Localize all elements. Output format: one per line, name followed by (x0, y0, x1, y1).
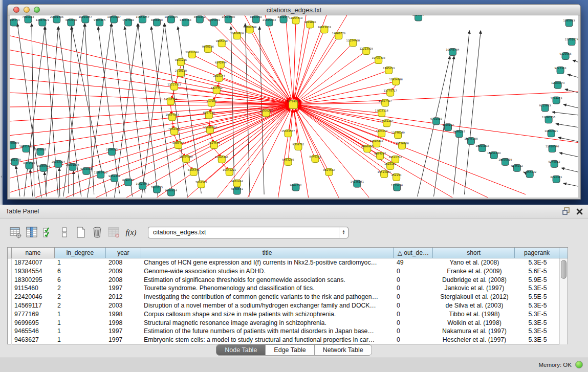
table-row[interactable]: 946362711997Embryonic stem cells: a mode… (8, 336, 568, 344)
cell[interactable]: Changes of HCN gene expression and I(f) … (141, 258, 394, 267)
cell[interactable]: 9465546 (12, 327, 55, 336)
tab-node-table[interactable]: Node Table (216, 345, 266, 355)
table-row[interactable]: 969969511998Structural magnetic resonanc… (8, 319, 568, 327)
cell[interactable]: Disruption of a novel member of a sodium… (141, 301, 394, 310)
function-builder-icon[interactable]: f(x) (123, 228, 139, 237)
cell[interactable]: Tourette syndrome. Phenomenology and cla… (141, 284, 394, 293)
cell[interactable]: 5.3E-5 (515, 336, 560, 344)
cell[interactable]: Corpus callosum shape and size in male p… (141, 310, 394, 319)
cell[interactable]: 14569117 (12, 301, 55, 310)
cell[interactable]: Hescheler et al. (1997) (433, 336, 515, 344)
cell[interactable]: 2009 (106, 267, 141, 276)
close-icon[interactable] (576, 208, 583, 217)
cell[interactable]: Structural magnetic resonance image aver… (141, 319, 394, 327)
cell[interactable]: 2 (55, 293, 106, 301)
cell[interactable]: 2 (55, 284, 106, 293)
table-row[interactable]: 1872400712008Changes of HCN gene express… (8, 258, 568, 267)
table-selector-dropdown[interactable]: citations_edges.txt ▲▼ (148, 227, 349, 238)
cell[interactable]: Investigating the contribution of common… (141, 293, 394, 301)
delete-column-icon[interactable] (91, 226, 104, 239)
clear-selection-icon[interactable] (58, 226, 71, 239)
tab-network-table[interactable]: Network Table (315, 345, 372, 355)
cell[interactable]: 9463627 (12, 336, 55, 344)
table-row[interactable]: 911546021997Tourette syndrome. Phenomeno… (8, 284, 568, 293)
cell[interactable]: Tibbo et al. (1998) (433, 310, 515, 319)
cell[interactable]: 1 (55, 310, 106, 319)
table-row[interactable]: 946554611997Estimation of the future num… (8, 327, 568, 336)
cell[interactable]: 5.3E-5 (515, 301, 560, 310)
column-header-title[interactable]: title (141, 248, 394, 258)
cell[interactable]: 0 (394, 284, 433, 293)
cell[interactable]: 2003 (106, 301, 141, 310)
cell[interactable]: Jankovic et al. (1997) (433, 284, 515, 293)
cell[interactable]: Yano et al. (2008) (433, 258, 515, 267)
cell[interactable]: 5.3E-5 (515, 258, 560, 267)
cell[interactable]: 1998 (106, 310, 141, 319)
cell[interactable]: 6 (55, 267, 106, 276)
cell[interactable]: Stergiakouli et al. (2012) (433, 293, 515, 301)
cell[interactable]: 5.5E-5 (515, 293, 560, 301)
cell[interactable]: 18724007 (12, 258, 55, 267)
network-view-window[interactable]: citations_edges.txt 20357147691123149678… (7, 4, 581, 200)
cell[interactable]: 2008 (106, 258, 141, 267)
cell[interactable]: 1998 (106, 319, 141, 327)
cell[interactable]: 6 (55, 276, 106, 285)
cell[interactable]: 1997 (106, 284, 141, 293)
vertical-scrollbar[interactable] (559, 258, 568, 344)
cell[interactable]: 9777169 (12, 310, 55, 319)
memory-ok-indicator-icon[interactable] (575, 361, 583, 368)
column-header-pagerank[interactable]: pagerank (515, 248, 559, 258)
cell[interactable]: 9699695 (12, 319, 55, 327)
cell[interactable]: de Silva et al. (2003) (433, 301, 515, 310)
cell[interactable]: 0 (394, 267, 433, 276)
cell[interactable]: 0 (394, 276, 433, 285)
cell[interactable]: 1 (55, 319, 106, 327)
cell[interactable]: Genome-wide association studies in ADHD. (141, 267, 394, 276)
cell[interactable]: 49 (394, 258, 433, 267)
citation-graph[interactable]: 2035714769112314967821206914063052186162… (10, 15, 578, 198)
table-row[interactable]: 977716911998Corpus callosum shape and si… (8, 310, 568, 319)
table-row[interactable]: 1456911722003Disruption of a novel membe… (8, 301, 568, 310)
cell[interactable]: 1 (55, 336, 106, 344)
cell[interactable]: 1997 (106, 327, 141, 336)
scrollbar-thumb[interactable] (561, 260, 567, 279)
cell[interactable]: 0 (394, 293, 433, 301)
cell[interactable]: Dudbridge et al. (2008) (433, 276, 515, 285)
cell[interactable]: Embryonic stem cells: a model to study s… (141, 336, 394, 344)
tab-edge-table[interactable]: Edge Table (266, 345, 314, 355)
cell[interactable]: 1997 (106, 336, 141, 344)
cell[interactable]: Estimation of the future numbers of pati… (141, 327, 394, 336)
cell[interactable]: 5.3E-5 (515, 327, 560, 336)
create-column-icon[interactable] (74, 226, 88, 239)
cell[interactable]: 5.3E-5 (515, 284, 560, 293)
cell[interactable]: 0 (394, 319, 433, 327)
cell[interactable]: 18300295 (12, 276, 55, 285)
column-header-name[interactable]: name (12, 248, 55, 258)
table-row[interactable]: 1830029562008Estimation of significance … (8, 276, 568, 285)
cell[interactable]: 5.6E-5 (515, 267, 560, 276)
table-row[interactable]: 1938455462009Genome-wide association stu… (8, 267, 568, 276)
float-window-icon[interactable] (562, 207, 570, 217)
cell[interactable]: 0 (394, 301, 433, 310)
table-mode-icon[interactable] (9, 226, 22, 239)
cell[interactable]: Wolkin et al. (1998) (433, 319, 515, 327)
cell[interactable]: 2 (55, 301, 106, 310)
cell[interactable]: 5.3E-5 (515, 319, 560, 327)
table-panel-titlebar[interactable]: Table Panel (0, 205, 588, 218)
cell[interactable]: 9115460 (12, 284, 55, 293)
cell[interactable]: 0 (394, 327, 433, 336)
cell[interactable]: 19384554 (12, 267, 55, 276)
column-header-year[interactable]: year (106, 248, 141, 258)
cell[interactable]: 0 (394, 310, 433, 319)
cell[interactable]: 5.3E-5 (515, 310, 560, 319)
cell[interactable]: 2012 (106, 293, 141, 301)
cell[interactable]: 1 (55, 327, 106, 336)
select-all-checklist-icon[interactable] (41, 226, 55, 239)
cell[interactable]: Estimation of significance thresholds fo… (141, 276, 394, 285)
cell[interactable]: Nakamura et al. (1997) (433, 327, 515, 336)
cell[interactable]: Franke et al. (2009) (433, 267, 515, 276)
cell[interactable]: 22420046 (12, 293, 55, 301)
column-header-out_de[interactable]: △ out_de… (394, 248, 433, 258)
column-header-short[interactable]: short (433, 248, 515, 258)
column-header-in_degree[interactable]: in_degree (55, 248, 106, 258)
